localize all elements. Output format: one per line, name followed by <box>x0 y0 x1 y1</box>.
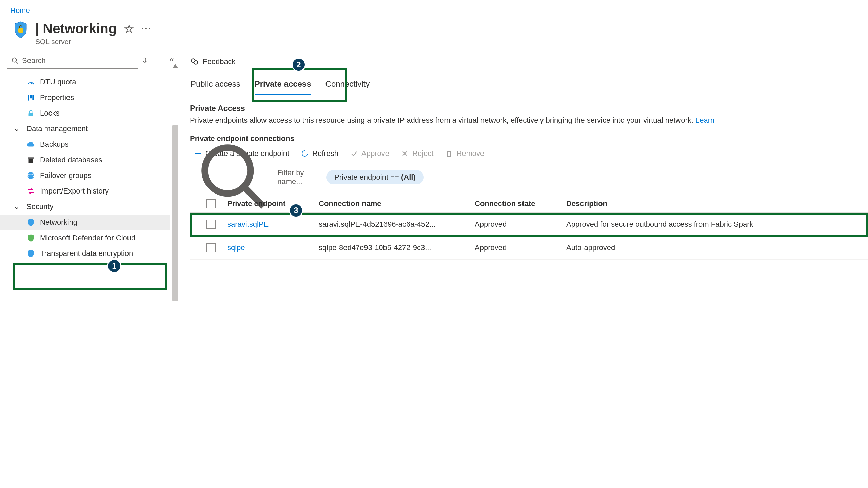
row-checkbox[interactable] <box>206 243 216 252</box>
button-label: Approve <box>361 149 389 158</box>
callout-highlight-1 <box>13 263 167 290</box>
svg-point-13 <box>194 61 198 64</box>
reject-button: Reject <box>401 149 433 158</box>
page-title: | Networking <box>35 21 117 36</box>
sidebar-group-security[interactable]: ⌄ Security <box>0 199 170 215</box>
collapse-sidebar-icon[interactable]: « <box>170 55 174 64</box>
svg-rect-18 <box>447 152 451 156</box>
filter-pill[interactable]: Private endpoint == (All) <box>326 170 424 184</box>
sidebar-item-import-export[interactable]: Import/Export history <box>0 183 170 199</box>
sidebar-search-input[interactable]: Search <box>7 53 138 69</box>
svg-point-1 <box>12 58 17 62</box>
sql-server-shield-icon <box>14 21 28 40</box>
section-desc-text: Private endpoints allow access to this r… <box>190 116 695 124</box>
tab-private-access[interactable]: Private access <box>255 79 311 95</box>
col-connection-state[interactable]: Connection state <box>475 199 566 208</box>
button-label: Reject <box>412 149 433 158</box>
svg-rect-7 <box>29 113 33 116</box>
tab-bar: Public access Private access Connectivit… <box>190 72 868 95</box>
sidebar-group-label: Data management <box>26 124 88 133</box>
remove-button: Remove <box>445 149 484 158</box>
sidebar-item-properties[interactable]: Properties <box>0 90 170 105</box>
sidebar-item-locks[interactable]: Locks <box>0 105 170 121</box>
svg-rect-8 <box>29 159 33 163</box>
globe-icon <box>26 171 35 180</box>
sidebar-item-tde[interactable]: Transparent data encryption <box>0 246 170 261</box>
col-description[interactable]: Description <box>566 199 827 208</box>
table-row[interactable]: sqlpe sqlpe-8ed47e93-10b5-4272-9c3... Ap… <box>190 236 868 260</box>
sidebar-item-deleted-databases[interactable]: Deleted databases <box>0 152 170 168</box>
refresh-button[interactable]: Refresh <box>301 149 338 158</box>
trash-icon <box>26 156 35 164</box>
cloud-icon <box>26 140 35 149</box>
select-all-checkbox[interactable] <box>206 199 216 208</box>
sidebar-group-data-management[interactable]: ⌄ Data management <box>0 121 170 137</box>
sidebar: Search ⇳ « DTU quota Properties Locks ⌄ … <box>0 53 183 261</box>
sidebar-item-dtu-quota[interactable]: DTU quota <box>0 74 170 90</box>
button-label: Remove <box>456 149 484 158</box>
row-checkbox[interactable] <box>206 220 216 229</box>
properties-icon <box>26 93 35 102</box>
filter-pill-value: (All) <box>401 173 416 181</box>
sidebar-item-defender[interactable]: Microsoft Defender for Cloud <box>0 230 170 246</box>
sidebar-item-label: Networking <box>40 218 77 227</box>
svg-point-10 <box>27 172 34 179</box>
import-export-icon <box>26 187 35 196</box>
sidebar-item-backups[interactable]: Backups <box>0 137 170 152</box>
sidebar-item-failover-groups[interactable]: Failover groups <box>0 168 170 183</box>
page-header: | Networking ☆ ··· SQL server <box>0 15 868 46</box>
col-connection-name[interactable]: Connection name <box>319 199 475 208</box>
callout-badge-2: 2 <box>292 58 306 72</box>
svg-rect-4 <box>28 95 29 100</box>
svg-rect-6 <box>32 95 34 100</box>
button-label: Refresh <box>312 149 338 158</box>
svg-rect-0 <box>18 28 23 33</box>
sidebar-item-networking[interactable]: Networking <box>0 215 170 230</box>
sidebar-item-label: Failover groups <box>40 171 92 180</box>
gauge-icon <box>26 78 35 86</box>
tab-public-access[interactable]: Public access <box>191 79 240 95</box>
endpoint-link[interactable]: sqlpe <box>227 243 319 252</box>
more-actions-icon[interactable]: ··· <box>141 23 151 34</box>
sidebar-item-label: Microsoft Defender for Cloud <box>40 233 135 242</box>
svg-rect-9 <box>28 157 34 158</box>
home-breadcrumb[interactable]: Home <box>0 0 30 15</box>
sidebar-item-label: Locks <box>40 109 59 118</box>
cell-connection-name: saravi.sqlPE-4d521696-ac6a-452... <box>319 220 475 229</box>
endpoint-link[interactable]: saravi.sqlPE <box>227 220 319 229</box>
feedback-label: Feedback <box>203 57 236 66</box>
sidebar-group-label: Security <box>26 202 53 211</box>
sidebar-scrollbar[interactable] <box>172 64 178 322</box>
sidebar-item-label: Transparent data encryption <box>40 249 133 258</box>
svg-rect-5 <box>30 95 32 98</box>
subsection-heading: Private endpoint connections <box>190 134 868 143</box>
table-row[interactable]: saravi.sqlPE saravi.sqlPE-4d521696-ac6a-… <box>190 213 868 236</box>
expand-collapse-icon[interactable]: ⇳ <box>142 56 148 65</box>
main-content: Feedback Public access Private access Co… <box>183 53 868 261</box>
sidebar-item-label: Backups <box>40 140 68 149</box>
filter-placeholder: Filter by name... <box>277 168 313 186</box>
lock-icon <box>26 109 35 118</box>
section-heading: Private Access <box>190 104 868 113</box>
learn-more-link[interactable]: Learn <box>695 116 714 124</box>
callout-badge-3: 3 <box>289 203 303 218</box>
approve-button: Approve <box>350 149 389 158</box>
chevron-down-icon: ⌄ <box>14 124 20 133</box>
shield-icon <box>26 218 35 227</box>
filter-pill-prefix: Private endpoint == <box>334 173 401 181</box>
cell-connection-state: Approved <box>475 220 566 229</box>
filter-by-name-input[interactable]: Filter by name... <box>190 169 318 185</box>
svg-line-2 <box>16 62 18 64</box>
tab-connectivity[interactable]: Connectivity <box>326 79 370 95</box>
sidebar-item-label: Deleted databases <box>40 156 102 164</box>
section-description: Private endpoints allow access to this r… <box>190 116 868 125</box>
endpoints-table: Private endpoint Connection name Connect… <box>190 195 868 260</box>
endpoint-toolbar: Create a private endpoint Refresh Approv… <box>190 143 868 163</box>
svg-point-12 <box>191 59 195 62</box>
favorite-star-icon[interactable]: ☆ <box>124 22 134 35</box>
scrollbar-thumb[interactable] <box>172 125 178 301</box>
col-private-endpoint[interactable]: Private endpoint <box>227 199 319 208</box>
sidebar-item-label: Properties <box>40 93 74 102</box>
sidebar-item-label: DTU quota <box>40 78 76 86</box>
shield-icon <box>26 249 35 258</box>
